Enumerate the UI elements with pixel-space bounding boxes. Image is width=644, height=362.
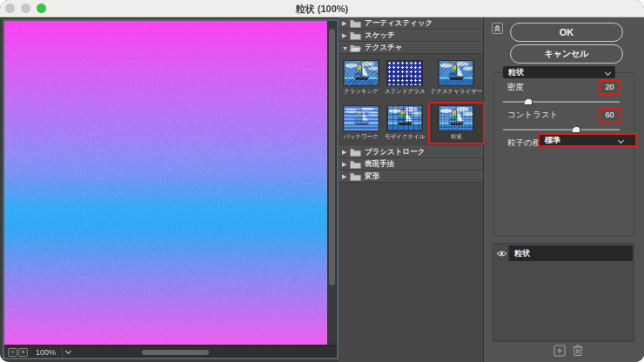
expand-triangle-icon: ▶ bbox=[342, 32, 350, 39]
texturizer-preview-image bbox=[438, 60, 474, 86]
filter-category-panel: ▶ アーティスティック ▶ スケッチ ▼ テクスチャ クラッキング bbox=[339, 17, 484, 362]
folder-icon bbox=[350, 172, 361, 181]
category-label: 表現手法 bbox=[365, 159, 394, 170]
mosaic-tiles-preview-image bbox=[386, 105, 423, 131]
contrast-value-field[interactable]: 60 bbox=[599, 108, 621, 123]
chevron-down-icon bbox=[65, 348, 71, 354]
category-brush-strokes[interactable]: ▶ ブラシストローク bbox=[339, 146, 483, 158]
slider-track bbox=[503, 101, 620, 103]
trash-icon bbox=[572, 344, 584, 357]
texture-thumbnails: クラッキング ステンドグラス テクスチャライザー パッチワーク モザイクタイル bbox=[339, 54, 483, 146]
category-label: アーティスティック bbox=[365, 18, 433, 29]
grain-type-value: 標準 bbox=[545, 135, 619, 146]
collapse-panel-button[interactable] bbox=[492, 23, 503, 34]
category-artistic[interactable]: ▶ アーティスティック bbox=[339, 17, 483, 30]
filter-select-dropdown[interactable]: 粒状 bbox=[503, 66, 615, 78]
thumb-label: テクスチャライザー bbox=[431, 88, 483, 96]
filter-gallery-dialog: 粒状 (100%) − + 100% bbox=[0, 0, 644, 362]
zoom-out-button[interactable]: − bbox=[8, 348, 17, 357]
density-label: 密度 bbox=[507, 82, 524, 93]
filter-thumb-mosaic-tiles[interactable]: モザイクタイル bbox=[382, 102, 428, 144]
filter-thumb-stained-glass[interactable]: ステンドグラス bbox=[382, 57, 428, 99]
patchwork-preview-image bbox=[343, 105, 379, 131]
preview-image bbox=[4, 21, 327, 345]
delete-effect-layer-button[interactable] bbox=[572, 344, 584, 357]
title-bar: 粒状 (100%) bbox=[0, 0, 644, 17]
grain-type-dropdown[interactable]: 標準 bbox=[538, 133, 637, 147]
folder-icon bbox=[350, 148, 361, 157]
preview-vertical-scrollbar[interactable] bbox=[328, 22, 336, 344]
category-stylize[interactable]: ▶ 表現手法 bbox=[339, 158, 483, 171]
density-slider[interactable] bbox=[503, 97, 620, 106]
filter-thumb-grain-selected[interactable]: 粒状 bbox=[428, 102, 486, 144]
horizontal-scrollbar-thumb[interactable] bbox=[142, 350, 209, 355]
filter-thumb-patchwork[interactable]: パッチワーク bbox=[340, 102, 382, 144]
category-label: ブラシストローク bbox=[365, 147, 425, 158]
folder-icon bbox=[350, 160, 361, 169]
new-effect-layer-button[interactable] bbox=[553, 345, 566, 358]
layer-visibility-toggle[interactable] bbox=[494, 245, 509, 261]
zoom-level-dropdown[interactable] bbox=[62, 348, 74, 357]
zoom-level-value: 100% bbox=[36, 347, 56, 358]
category-label: テクスチャ bbox=[365, 43, 403, 53]
filter-thumb-texturizer[interactable]: テクスチャライザー bbox=[428, 57, 486, 99]
settings-panel: OK キャンセル 粒状 密度 20 コントラスト 60 粒子の種類 : 標準 bbox=[484, 17, 644, 362]
filter-thumb-craquelure[interactable]: クラッキング bbox=[340, 57, 382, 99]
category-label: スケッチ bbox=[365, 30, 395, 41]
thumb-label: モザイクタイル bbox=[385, 133, 426, 141]
slider-thumb[interactable] bbox=[572, 126, 580, 133]
dialog-content: − + 100% ▶ アーティスティック ▶ スケッチ ▼ bbox=[0, 17, 644, 362]
effect-layers-list: 粒状 bbox=[493, 243, 634, 342]
expand-triangle-icon: ▶ bbox=[342, 149, 350, 156]
thumb-label: 粒状 bbox=[451, 133, 462, 141]
chevron-down-icon bbox=[618, 137, 624, 143]
category-distort[interactable]: ▶ 変形 bbox=[339, 171, 483, 183]
window-title: 粒状 (100%) bbox=[0, 0, 644, 17]
filter-select-value: 粒状 bbox=[508, 67, 606, 78]
expand-triangle-icon: ▶ bbox=[342, 173, 350, 180]
contrast-label: コントラスト bbox=[507, 110, 558, 121]
category-label: 変形 bbox=[365, 171, 379, 182]
vertical-scrollbar-thumb[interactable] bbox=[329, 29, 335, 285]
preview-status-bar: − + 100% bbox=[4, 345, 337, 358]
thumb-label: クラッキング bbox=[344, 88, 379, 96]
plus-square-icon bbox=[553, 345, 566, 357]
folder-icon bbox=[350, 19, 361, 28]
expand-triangle-icon: ▼ bbox=[342, 45, 350, 51]
grain-preview-image bbox=[438, 105, 474, 131]
preview-pane: − + 100% bbox=[3, 19, 339, 359]
grain-noise-overlay bbox=[4, 21, 327, 345]
slider-track bbox=[503, 129, 620, 131]
expand-triangle-icon: ▶ bbox=[342, 20, 350, 27]
chevron-down-icon bbox=[605, 69, 611, 75]
craquelure-preview-image bbox=[343, 60, 379, 86]
effect-layer-row[interactable]: 粒状 bbox=[494, 245, 633, 261]
stained-glass-preview-image bbox=[386, 60, 423, 86]
density-value-field[interactable]: 20 bbox=[599, 80, 621, 95]
eye-icon bbox=[496, 250, 507, 258]
cancel-button[interactable]: キャンセル bbox=[510, 44, 623, 64]
expand-triangle-icon: ▶ bbox=[342, 161, 350, 168]
folder-icon bbox=[350, 31, 361, 40]
effect-layer-name: 粒状 bbox=[509, 245, 633, 261]
category-texture[interactable]: ▼ テクスチャ bbox=[339, 42, 483, 54]
ok-button[interactable]: OK bbox=[510, 23, 623, 42]
category-sketch[interactable]: ▶ スケッチ bbox=[339, 30, 483, 42]
thumb-label: パッチワーク bbox=[344, 133, 379, 141]
folder-open-icon bbox=[350, 44, 361, 52]
thumb-label: ステンドグラス bbox=[385, 88, 426, 96]
zoom-in-button[interactable]: + bbox=[18, 348, 28, 357]
double-chevron-up-icon bbox=[493, 23, 502, 33]
slider-thumb[interactable] bbox=[524, 98, 533, 105]
